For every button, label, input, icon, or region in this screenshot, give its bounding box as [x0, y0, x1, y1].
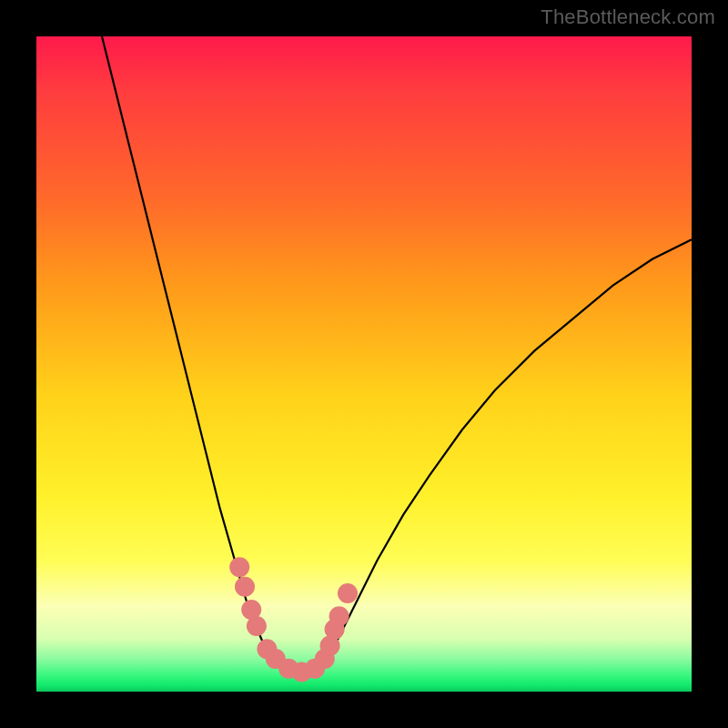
highlight-dot [229, 557, 249, 577]
highlight-dot [329, 606, 349, 626]
highlight-dot [247, 616, 267, 636]
chart-frame: TheBottleneck.com [0, 0, 728, 728]
highlight-dots-group [229, 557, 358, 682]
plot-area [36, 36, 692, 692]
highlight-dot [338, 583, 358, 603]
highlight-dot [235, 577, 255, 597]
curve-layer [36, 36, 692, 692]
watermark-text: TheBottleneck.com [541, 5, 715, 29]
bottleneck-curve [102, 36, 692, 673]
